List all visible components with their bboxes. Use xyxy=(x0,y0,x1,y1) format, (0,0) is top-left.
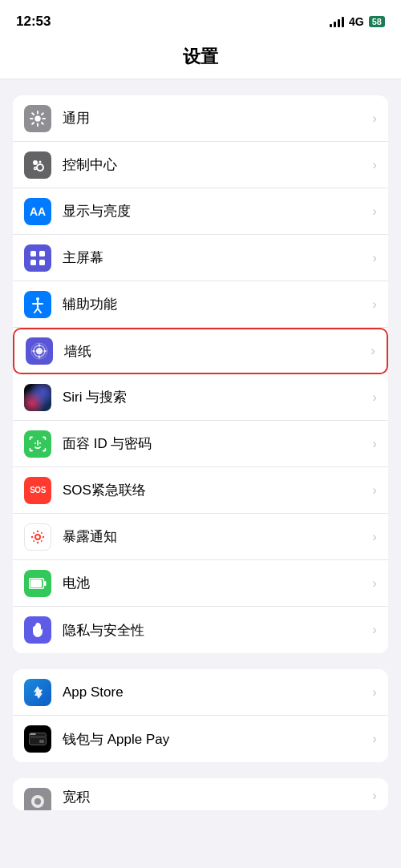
general-label: 通用 xyxy=(63,109,372,127)
row-faceid[interactable]: 面容 ID 与密码 › xyxy=(13,421,388,467)
sos-chevron: › xyxy=(372,482,377,499)
svg-rect-15 xyxy=(30,260,36,265)
faceid-icon xyxy=(24,430,51,458)
svg-rect-47 xyxy=(44,581,47,586)
misc-chevron: › xyxy=(372,788,377,804)
svg-rect-14 xyxy=(39,251,45,256)
svg-point-29 xyxy=(33,350,35,353)
privacy-label: 隐私与安全性 xyxy=(63,621,372,640)
wallet-label: 钱包与 Apple Pay xyxy=(63,730,372,749)
row-display[interactable]: AA 显示与亮度 › xyxy=(13,188,388,235)
svg-rect-13 xyxy=(30,251,36,256)
svg-rect-50 xyxy=(39,740,44,743)
battery-chevron: › xyxy=(372,575,377,591)
wallpaper-label: 墙纸 xyxy=(64,342,371,361)
accessibility-chevron: › xyxy=(372,297,377,313)
siri-chevron: › xyxy=(372,390,377,406)
section-main: 通用 › 控制中心 › AA 显示与亮度 › xyxy=(13,95,388,653)
wallet-chevron: › xyxy=(372,731,377,747)
signal-icon xyxy=(330,16,344,27)
svg-point-30 xyxy=(44,350,47,353)
svg-point-39 xyxy=(31,535,33,537)
svg-line-5 xyxy=(32,113,34,115)
svg-rect-16 xyxy=(39,260,45,265)
homescreen-label: 主屏幕 xyxy=(63,248,372,267)
row-appstore[interactable]: App Store › xyxy=(13,669,388,716)
control-label: 控制中心 xyxy=(63,155,372,174)
sos-icon: SOS xyxy=(24,477,51,504)
svg-line-7 xyxy=(42,113,43,115)
svg-point-28 xyxy=(38,356,41,358)
network-label: 4G xyxy=(349,15,364,28)
svg-line-8 xyxy=(32,123,34,124)
svg-point-37 xyxy=(37,530,38,531)
svg-rect-46 xyxy=(30,579,42,587)
battery-badge: 58 xyxy=(369,16,385,27)
misc-icon xyxy=(24,788,51,810)
svg-point-53 xyxy=(34,798,41,805)
svg-point-42 xyxy=(41,532,43,534)
exposure-icon xyxy=(24,523,51,551)
misc-label: 宽积 xyxy=(63,788,372,806)
status-icons: 4G 58 xyxy=(330,15,385,28)
accessibility-label: 辅助功能 xyxy=(63,295,372,313)
svg-point-36 xyxy=(36,535,39,539)
appstore-chevron: › xyxy=(372,684,377,700)
row-homescreen[interactable]: 主屏幕 › xyxy=(13,235,388,281)
svg-point-11 xyxy=(39,160,42,163)
row-accessibility[interactable]: 辅助功能 › xyxy=(13,281,388,328)
svg-point-41 xyxy=(33,532,34,534)
svg-rect-49 xyxy=(29,736,47,738)
display-label: 显示与亮度 xyxy=(63,202,372,220)
faceid-chevron: › xyxy=(372,436,377,452)
battery-label: 电池 xyxy=(63,574,372,592)
svg-point-12 xyxy=(34,167,37,169)
faceid-label: 面容 ID 与密码 xyxy=(63,434,372,453)
svg-point-0 xyxy=(35,115,41,121)
row-siri[interactable]: Siri 与搜索 › xyxy=(13,374,388,421)
row-control[interactable]: 控制中心 › xyxy=(13,142,388,188)
wallpaper-icon xyxy=(26,337,53,365)
general-icon xyxy=(24,105,51,132)
siri-icon xyxy=(24,384,51,411)
row-exposure[interactable]: 暴露通知 › xyxy=(13,514,388,560)
row-privacy[interactable]: 隐私与安全性 › xyxy=(13,607,388,653)
display-icon: AA xyxy=(24,198,51,225)
row-misc[interactable]: 宽积 › xyxy=(13,778,388,810)
section-apps: App Store › 钱包与 Apple Pay › xyxy=(13,669,388,762)
siri-label: Siri 与搜索 xyxy=(63,388,372,406)
row-general[interactable]: 通用 › xyxy=(13,95,388,142)
status-bar: 12:53 4G 58 xyxy=(0,0,401,38)
svg-point-43 xyxy=(33,539,34,541)
page-title: 设置 xyxy=(183,46,218,67)
control-icon xyxy=(24,151,51,179)
homescreen-chevron: › xyxy=(372,250,377,266)
svg-point-9 xyxy=(33,160,38,165)
appstore-icon xyxy=(24,679,51,706)
row-wallpaper[interactable]: 墙纸 › xyxy=(13,328,388,374)
appstore-label: App Store xyxy=(63,684,372,700)
svg-point-27 xyxy=(38,345,41,347)
row-battery[interactable]: 电池 › xyxy=(13,560,388,607)
display-chevron: › xyxy=(372,204,377,220)
svg-point-38 xyxy=(37,541,38,543)
privacy-icon xyxy=(24,616,51,644)
row-sos[interactable]: SOS SOS紧急联络 › xyxy=(13,467,388,514)
page-title-bar: 设置 xyxy=(0,38,401,79)
accessibility-icon xyxy=(24,291,51,318)
control-chevron: › xyxy=(372,157,377,173)
status-time: 12:53 xyxy=(16,14,51,30)
svg-line-21 xyxy=(38,309,41,313)
exposure-chevron: › xyxy=(372,529,377,545)
wallet-icon xyxy=(24,725,51,753)
row-wallet[interactable]: 钱包与 Apple Pay › xyxy=(13,716,388,762)
svg-point-17 xyxy=(36,297,39,301)
wallpaper-chevron: › xyxy=(371,343,375,359)
battery-icon xyxy=(24,570,51,597)
svg-point-32 xyxy=(39,442,41,444)
svg-point-10 xyxy=(37,164,43,171)
section-more: 宽积 › xyxy=(13,778,388,810)
general-chevron: › xyxy=(372,111,377,127)
privacy-chevron: › xyxy=(372,622,377,638)
homescreen-icon xyxy=(24,244,51,272)
